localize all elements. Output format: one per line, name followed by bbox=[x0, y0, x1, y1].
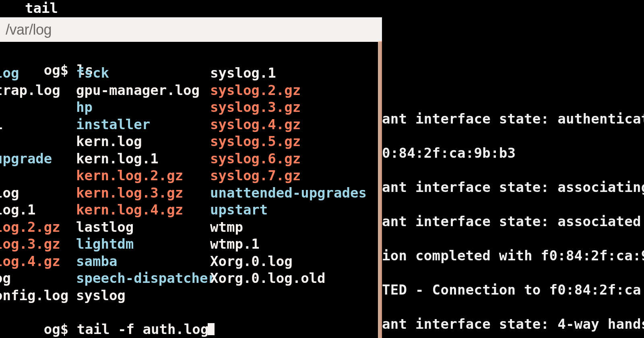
ls-entry: log.2.gz bbox=[0, 218, 68, 236]
ls-entry bbox=[210, 287, 367, 304]
ls-entry bbox=[0, 167, 68, 184]
ls-entry: speech-dispatcher bbox=[76, 270, 216, 287]
ls-entry: onfig.log bbox=[0, 287, 68, 304]
ls-entry: upgrade bbox=[0, 150, 68, 167]
ls-entry: syslog bbox=[76, 287, 216, 304]
ls-entry: syslog.7.gz bbox=[210, 167, 367, 184]
shell-prompt-tail[interactable]: og$ tail -f auth.log bbox=[0, 305, 215, 338]
ls-entry: og bbox=[0, 270, 68, 287]
ls-entry: log.4.gz bbox=[0, 253, 68, 270]
terminal-body[interactable]: og$ ls logtrap.log1upgradeloglog.1log.2.… bbox=[0, 42, 378, 338]
ls-entry: lastlog bbox=[76, 218, 216, 236]
ls-entry: wtmp bbox=[210, 218, 367, 236]
ls-entry: kern.log.4.gz bbox=[76, 201, 216, 218]
ls-entry: log.3.gz bbox=[0, 235, 68, 253]
log-line: ant interface state: associating bbox=[382, 170, 644, 204]
command-text: tail -f auth.log bbox=[77, 321, 209, 337]
window-right-border bbox=[378, 41, 382, 338]
ls-entry: trap.log bbox=[0, 82, 68, 99]
ls-entry: syslog.1 bbox=[210, 64, 367, 82]
log-line: ant interface state: 4-way hands bbox=[382, 307, 644, 338]
ls-column-2: fsckgpu-manager.loghpinstallerkern.logke… bbox=[76, 64, 216, 304]
log-line: 0:84:2f:ca:9b:b3 bbox=[382, 136, 644, 170]
ls-entry: log.1 bbox=[0, 201, 68, 218]
ls-entry: syslog.2.gz bbox=[210, 82, 367, 99]
ls-entry: Xorg.0.log.old bbox=[210, 270, 367, 287]
ls-entry: upstart bbox=[210, 201, 367, 218]
ls-entry: fsck bbox=[76, 64, 216, 82]
terminal-window: /var/log og$ ls logtrap.log1upgradeloglo… bbox=[0, 17, 382, 338]
ls-entry: hp bbox=[76, 99, 216, 116]
ls-entry: syslog.6.gz bbox=[210, 150, 367, 167]
ls-column-1: logtrap.log1upgradeloglog.1log.2.gzlog.3… bbox=[0, 64, 68, 304]
ls-entry bbox=[0, 133, 68, 150]
ls-entry: syslog.5.gz bbox=[210, 133, 367, 150]
ls-entry: unattended-upgrades bbox=[210, 184, 367, 202]
ls-entry: wtmp.1 bbox=[210, 235, 367, 253]
ls-entry: kern.log bbox=[76, 133, 216, 150]
ls-entry: log bbox=[0, 184, 68, 202]
terminal-cursor bbox=[208, 323, 215, 335]
ls-entry: Xorg.0.log bbox=[210, 253, 367, 270]
log-line: ant interface state: associated bbox=[382, 204, 644, 239]
ls-entry: kern.log.1 bbox=[76, 150, 216, 167]
ls-entry: syslog.3.gz bbox=[210, 99, 367, 116]
ls-entry: gpu-manager.log bbox=[76, 82, 216, 99]
ls-entry: syslog.4.gz bbox=[210, 116, 367, 133]
window-tab-label: tail bbox=[25, 0, 58, 16]
prompt-text: og$ bbox=[44, 321, 77, 337]
ls-entry: kern.log.2.gz bbox=[76, 167, 216, 184]
ls-entry: kern.log.3.gz bbox=[76, 184, 216, 202]
ls-entry bbox=[0, 99, 68, 116]
ls-column-3: syslog.1syslog.2.gzsyslog.3.gzsyslog.4.g… bbox=[210, 64, 367, 304]
ls-entry: lightdm bbox=[76, 235, 216, 253]
ls-entry: log bbox=[0, 64, 68, 82]
background-terminal-output: ant interface state: authenticat0:84:2f:… bbox=[382, 102, 644, 338]
log-line: TED - Connection to f0:84:2f:ca: bbox=[382, 273, 644, 307]
window-titlebar[interactable]: /var/log bbox=[0, 17, 382, 42]
log-line: ion completed with f0:84:2f:ca:9 bbox=[382, 239, 644, 273]
ls-entry: installer bbox=[76, 116, 216, 133]
ls-entry: samba bbox=[76, 253, 216, 270]
ls-entry: 1 bbox=[0, 116, 68, 133]
log-line: ant interface state: authenticat bbox=[382, 102, 644, 136]
